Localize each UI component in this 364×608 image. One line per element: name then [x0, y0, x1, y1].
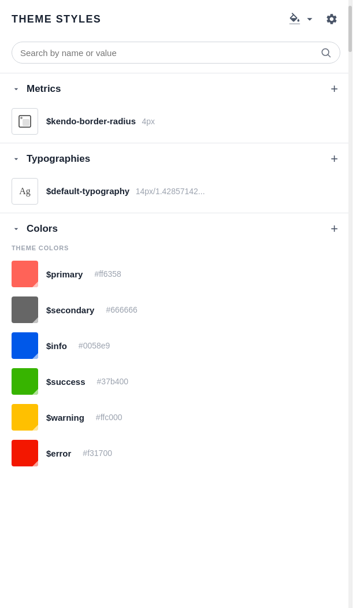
header-actions: [286, 10, 340, 28]
color-row[interactable]: $warning#ffc000: [0, 399, 352, 435]
color-swatch: [12, 440, 38, 466]
svg-rect-2: [23, 119, 29, 126]
typography-name: $default-typography: [46, 186, 129, 196]
typography-preview-text: Ag: [19, 186, 31, 197]
color-name: $warning: [46, 413, 84, 422]
panel-header: THEME STYLES: [0, 0, 352, 36]
search-container: [0, 36, 352, 73]
color-hex: #ff6358: [94, 269, 121, 279]
svg-point-3: [20, 117, 23, 119]
typographies-section-title: Typographies: [27, 153, 90, 165]
typography-item-info: $default-typography 14px/1.42857142...: [46, 186, 205, 197]
typographies-add-button[interactable]: +: [328, 153, 340, 165]
colors-section-title: Colors: [27, 223, 58, 235]
color-row[interactable]: $primary#ff6358: [0, 256, 352, 292]
color-row[interactable]: $info#0058e9: [0, 328, 352, 364]
gear-icon: [325, 13, 338, 25]
typographies-section-header-left: Typographies: [12, 153, 90, 165]
typographies-section-header[interactable]: Typographies +: [0, 143, 352, 172]
color-name: $primary: [46, 269, 83, 279]
chevron-down-icon: [303, 13, 316, 25]
color-row[interactable]: $secondary#666666: [0, 292, 352, 328]
default-typography-item[interactable]: Ag $default-typography 14px/1.42857142..…: [0, 172, 352, 213]
color-swatch: [12, 296, 38, 323]
color-swatch: [12, 368, 38, 395]
colors-section-header[interactable]: Colors +: [0, 213, 352, 242]
color-hex: #0058e9: [79, 341, 110, 350]
colors-chevron-icon: [12, 224, 21, 233]
metrics-section: Metrics + $kendo-border-radius 4px: [0, 73, 352, 143]
colors-add-button[interactable]: +: [328, 223, 340, 235]
paint-bucket-button[interactable]: [286, 10, 318, 28]
color-row[interactable]: $error#f31700: [0, 435, 352, 471]
color-hex: #37b400: [97, 377, 129, 386]
metrics-section-title: Metrics: [27, 83, 61, 95]
search-input[interactable]: [20, 48, 315, 58]
typographies-section: Typographies + Ag $default-typography 14…: [0, 143, 352, 213]
metrics-section-header-left: Metrics: [12, 83, 61, 95]
metrics-section-header[interactable]: Metrics +: [0, 73, 352, 102]
color-swatch: [12, 332, 38, 359]
color-name: $success: [46, 377, 86, 387]
theme-styles-panel: THEME STYLES: [0, 0, 352, 608]
colors-section-header-left: Colors: [12, 223, 58, 235]
color-hex: #f31700: [83, 448, 112, 458]
search-box[interactable]: [12, 42, 340, 64]
color-name: $info: [46, 341, 67, 351]
border-radius-item-info: $kendo-border-radius 4px: [46, 116, 155, 127]
color-hex: #ffc000: [96, 413, 122, 422]
border-radius-preview: [12, 108, 38, 135]
border-radius-item[interactable]: $kendo-border-radius 4px: [0, 102, 352, 143]
color-swatch: [12, 404, 38, 431]
color-name: $error: [46, 448, 71, 458]
typography-value: 14px/1.42857142...: [136, 187, 205, 196]
colors-list: $primary#ff6358$secondary#666666$info#00…: [0, 256, 352, 471]
metrics-add-button[interactable]: +: [328, 83, 340, 95]
color-hex: #666666: [106, 305, 138, 314]
typographies-chevron-icon: [12, 154, 21, 164]
scrollbar-thumb: [348, 6, 352, 52]
theme-colors-label: THEME COLORS: [0, 242, 352, 256]
color-row[interactable]: $success#37b400: [0, 364, 352, 399]
color-swatch: [12, 261, 38, 287]
border-radius-value: 4px: [142, 117, 155, 126]
metrics-chevron-icon: [12, 84, 21, 94]
search-icon: [320, 47, 332, 58]
paint-bucket-icon: [288, 13, 301, 25]
panel-title: THEME STYLES: [12, 13, 101, 25]
typography-preview: Ag: [12, 178, 38, 205]
color-name: $secondary: [46, 305, 94, 315]
scrollbar[interactable]: [348, 0, 352, 608]
border-radius-name: $kendo-border-radius: [46, 116, 136, 126]
colors-section: Colors + THEME COLORS $primary#ff6358$se…: [0, 213, 352, 471]
gear-button[interactable]: [323, 10, 340, 28]
